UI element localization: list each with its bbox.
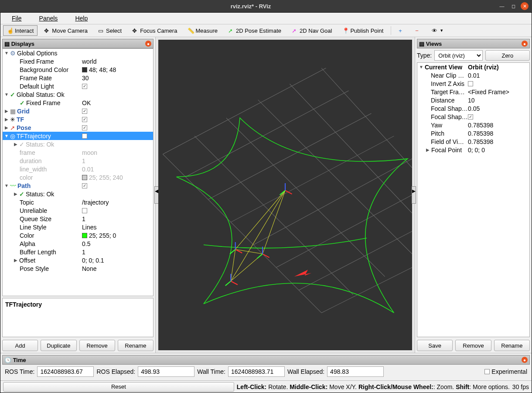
collapse-right-handle[interactable]: ▸ bbox=[412, 186, 416, 204]
close-panel-icon[interactable]: ● bbox=[145, 41, 151, 47]
ros-time-input[interactable] bbox=[37, 366, 94, 377]
minimize-icon[interactable]: — bbox=[498, 2, 506, 10]
tree-path[interactable]: 〰Path✓ bbox=[3, 181, 153, 190]
views-tree[interactable]: Current ViewOrbit (rviz) Near Clip …0.01… bbox=[417, 62, 530, 337]
tool-remove[interactable]: − bbox=[411, 25, 425, 36]
tool-move-camera[interactable]: ✥Move Camera bbox=[40, 25, 92, 36]
menu-file[interactable]: File bbox=[3, 14, 31, 23]
wall-time-input[interactable] bbox=[228, 366, 285, 377]
checkbox-icon[interactable] bbox=[82, 208, 87, 213]
checkbox-icon[interactable]: ✓ bbox=[468, 114, 473, 120]
tool-2d-nav-goal[interactable]: ➚2D Nav Goal bbox=[288, 25, 336, 36]
tool-eye[interactable]: 👁▼ bbox=[428, 25, 447, 36]
rename-button[interactable]: Rename bbox=[494, 340, 530, 351]
tree-focal-point[interactable]: Focal Point0; 0; 0 bbox=[417, 146, 529, 154]
checkbox-icon[interactable]: ✓ bbox=[82, 183, 87, 188]
view-type-select[interactable]: Orbit (rviz) bbox=[434, 50, 482, 61]
minus-icon: − bbox=[415, 27, 421, 34]
tree-target-frame[interactable]: Target Fra…<Fixed Frame> bbox=[417, 88, 529, 96]
displays-header[interactable]: ▤ Displays ● bbox=[2, 39, 153, 48]
zero-button[interactable]: Zero bbox=[485, 50, 530, 61]
tree-default-light[interactable]: Default Light✓ bbox=[3, 82, 153, 90]
tree-pose[interactable]: ➚Pose✓ bbox=[3, 123, 153, 132]
tool-select[interactable]: ▭Select bbox=[94, 25, 126, 36]
tree-path-buffer-length[interactable]: Buffer Length1 bbox=[3, 248, 153, 256]
tree-status-fixed-frame[interactable]: ✓Fixed FrameOK bbox=[3, 99, 153, 107]
menu-help[interactable]: Help bbox=[66, 14, 96, 23]
tree-invert-z[interactable]: Invert Z Axis bbox=[417, 79, 529, 88]
close-panel-icon[interactable]: ● bbox=[522, 357, 528, 363]
tree-pitch[interactable]: Pitch0.785398 bbox=[417, 129, 529, 137]
add-button[interactable]: Add bbox=[2, 340, 38, 351]
checkbox-icon[interactable]: ✓ bbox=[82, 84, 87, 89]
tree-path-pose-style[interactable]: Pose StyleNone bbox=[3, 264, 153, 273]
remove-button[interactable]: Remove bbox=[455, 340, 491, 351]
menubar: File Panels Help bbox=[0, 13, 532, 24]
checkbox-icon[interactable]: ✓ bbox=[82, 109, 87, 114]
tree-global-status[interactable]: ✓Global Status: Ok bbox=[3, 90, 153, 99]
tree-near-clip[interactable]: Near Clip …0.01 bbox=[417, 71, 529, 79]
wall-elapsed-input[interactable] bbox=[327, 366, 384, 377]
tree-tftraj-duration[interactable]: duration1 bbox=[3, 157, 153, 165]
remove-button[interactable]: Remove bbox=[79, 340, 115, 351]
experimental-checkbox[interactable] bbox=[484, 369, 490, 374]
3d-viewport[interactable] bbox=[158, 40, 412, 350]
views-header[interactable]: ▤ Views ● bbox=[417, 39, 530, 48]
maximize-icon[interactable]: ◻ bbox=[509, 2, 517, 10]
tree-path-topic[interactable]: Topic/trajectory bbox=[3, 198, 153, 206]
ros-elapsed-input[interactable] bbox=[138, 366, 194, 377]
tree-path-line-style[interactable]: Line StyleLines bbox=[3, 223, 153, 231]
tree-tftraj-frame[interactable]: framemoon bbox=[3, 148, 153, 157]
tree-current-view[interactable]: Current ViewOrbit (rviz) bbox=[417, 63, 529, 71]
tool-2d-pose-estimate[interactable]: ➚2D Pose Estimate bbox=[224, 25, 285, 36]
tree-tftrajectory[interactable]: ◎TFTrajectory bbox=[3, 132, 153, 140]
tool-measure[interactable]: 📏Measure bbox=[184, 25, 222, 36]
menu-panels[interactable]: Panels bbox=[31, 14, 67, 23]
tree-fov[interactable]: Field of Vi…0.785398 bbox=[417, 137, 529, 146]
tree-tf[interactable]: ✳TF✓ bbox=[3, 115, 153, 123]
save-button[interactable]: Save bbox=[417, 340, 453, 351]
select-icon: ▭ bbox=[98, 27, 104, 34]
rename-button[interactable]: Rename bbox=[118, 340, 153, 351]
tool-add[interactable]: + bbox=[395, 25, 409, 36]
tree-path-alpha[interactable]: Alpha0.5 bbox=[3, 239, 153, 248]
wall-elapsed-label: Wall Elapsed: bbox=[287, 368, 324, 375]
tool-focus-camera[interactable]: ✥Focus Camera bbox=[128, 25, 181, 36]
checkbox-icon[interactable]: ✓ bbox=[82, 117, 87, 122]
check-icon: ✓ bbox=[10, 91, 15, 98]
tree-path-offset[interactable]: Offset0; 0; 0.1 bbox=[3, 256, 153, 264]
tree-focal-shape-size[interactable]: Focal Shap…0.05 bbox=[417, 104, 529, 113]
tree-tftraj-line-width[interactable]: line_width0.01 bbox=[3, 165, 153, 173]
ros-time-label: ROS Time: bbox=[5, 368, 34, 375]
tree-focal-shape-fixed[interactable]: Focal Shap…✓ bbox=[417, 113, 529, 121]
checkbox-icon[interactable] bbox=[468, 81, 473, 86]
checkbox-icon[interactable] bbox=[82, 133, 87, 139]
tree-path-status[interactable]: ✓Status: Ok bbox=[3, 190, 153, 198]
tree-path-unreliable[interactable]: Unreliable bbox=[3, 206, 153, 215]
reset-button[interactable]: Reset bbox=[3, 382, 234, 392]
clock-icon: 🕓 bbox=[4, 357, 11, 363]
color-swatch bbox=[82, 175, 87, 180]
tree-path-color[interactable]: Color25; 255; 0 bbox=[3, 231, 153, 239]
duplicate-button[interactable]: Duplicate bbox=[41, 340, 76, 351]
tree-frame-rate[interactable]: Frame Rate30 bbox=[3, 74, 153, 82]
tree-yaw[interactable]: Yaw0.785398 bbox=[417, 121, 529, 129]
tree-path-queue-size[interactable]: Queue Size1 bbox=[3, 215, 153, 223]
checkbox-icon[interactable]: ✓ bbox=[82, 125, 87, 130]
tree-tftraj-color[interactable]: color25; 255; 240 bbox=[3, 173, 153, 181]
time-header[interactable]: 🕓 Time ● bbox=[2, 355, 530, 365]
tree-global-options[interactable]: ⚙Global Options bbox=[3, 49, 153, 57]
views-panel: ▤ Views ● Type: Orbit (rviz) Zero Curren… bbox=[415, 37, 532, 353]
tree-bg-color[interactable]: Background Color48; 48; 48 bbox=[3, 65, 153, 74]
close-icon[interactable]: ✕ bbox=[521, 2, 529, 10]
tool-publish-point[interactable]: 📍Publish Point bbox=[338, 25, 387, 36]
spiral-icon: ◎ bbox=[10, 133, 15, 140]
tree-fixed-frame[interactable]: Fixed Frameworld bbox=[3, 57, 153, 65]
displays-tree[interactable]: ⚙Global Options Fixed Frameworld Backgro… bbox=[2, 48, 153, 296]
tree-grid[interactable]: ▦Grid✓ bbox=[3, 107, 153, 115]
tree-distance[interactable]: Distance10 bbox=[417, 96, 529, 104]
close-panel-icon[interactable]: ● bbox=[522, 41, 528, 47]
tool-interact[interactable]: ☝Interact bbox=[3, 25, 38, 36]
color-swatch bbox=[82, 67, 87, 72]
tree-tftraj-status[interactable]: ✓Status: Ok bbox=[3, 140, 153, 148]
